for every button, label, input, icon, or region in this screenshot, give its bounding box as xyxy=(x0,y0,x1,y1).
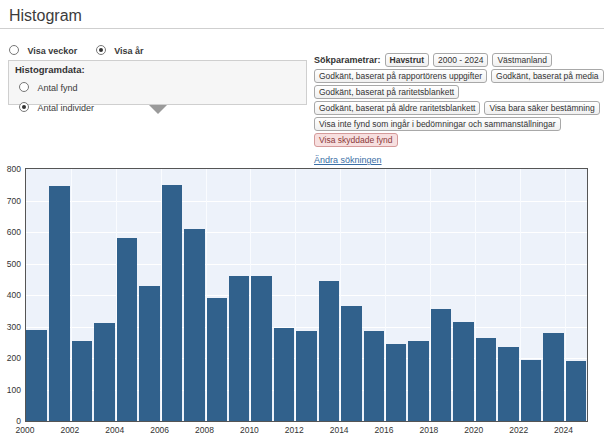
tag-filter: Godkänt, baserat på media xyxy=(491,69,604,83)
tag-filter: Godkänt, baserat på raritetsblankett xyxy=(314,85,459,99)
x-tick-label: 2014 xyxy=(324,425,354,435)
gridline-horizontal xyxy=(26,295,587,296)
radio-visa-veckor-label: Visa veckor xyxy=(27,46,77,56)
y-tick-label: 500 xyxy=(0,259,21,269)
radio-antal-fynd[interactable]: Antal fynd xyxy=(19,77,300,95)
x-tick-label: 2022 xyxy=(504,425,534,435)
y-tick-label: 300 xyxy=(0,322,21,332)
bar-2018 xyxy=(431,309,451,421)
y-tick-label: 600 xyxy=(0,227,21,237)
gridline-horizontal xyxy=(26,201,587,202)
page-title: Histogram xyxy=(9,7,82,25)
x-tick-label: 2002 xyxy=(55,425,85,435)
title-divider xyxy=(0,28,604,29)
plot-area xyxy=(25,168,588,422)
x-tick-label: 2020 xyxy=(459,425,489,435)
bar-2002 xyxy=(72,341,92,421)
bar-2019 xyxy=(453,322,473,421)
bar-2016 xyxy=(386,344,406,421)
bar-2014 xyxy=(341,306,361,421)
tag-period: 2000 - 2024 xyxy=(433,53,488,67)
gridline-horizontal xyxy=(26,232,587,233)
y-tick-label: 700 xyxy=(0,196,21,206)
radio-antal-fynd-label: Antal fynd xyxy=(37,83,77,93)
tag-filter: Godkänt, baserat på äldre raritetsblanke… xyxy=(314,101,480,115)
bar-2023 xyxy=(543,333,563,421)
histogram-chart: 0100200300400500600700800 20002002200420… xyxy=(0,168,604,447)
radio-unselected-icon[interactable] xyxy=(9,45,19,55)
radio-unselected-icon[interactable] xyxy=(19,82,29,92)
histogram-page: Histogram Visa veckor Visa år Histogramd… xyxy=(0,0,604,447)
radio-antal-individer-label: Antal individer xyxy=(37,103,94,113)
bar-2008 xyxy=(207,298,227,421)
view-toggle-group: Visa veckor Visa år xyxy=(9,40,158,58)
bar-2001 xyxy=(49,186,69,421)
tag-protected-finds: Visa skyddade fynd xyxy=(314,133,398,147)
edit-search-link[interactable]: Ändra sökningen xyxy=(314,155,382,165)
bar-2004 xyxy=(117,238,137,421)
bar-2020 xyxy=(476,338,496,421)
x-tick-label: 2008 xyxy=(190,425,220,435)
bar-2006 xyxy=(162,185,182,421)
tag-filter: Visa inte fynd som ingår i bedömningar o… xyxy=(314,117,561,131)
y-axis: 0100200300400500600700800 xyxy=(0,168,21,422)
y-tick-label: 800 xyxy=(0,164,21,174)
tag-region: Västmanland xyxy=(492,53,552,67)
x-tick-label: 2016 xyxy=(369,425,399,435)
bar-2015 xyxy=(364,331,384,421)
x-tick-label: 2018 xyxy=(414,425,444,435)
x-tick-label: 2010 xyxy=(234,425,264,435)
bar-2007 xyxy=(184,229,204,421)
box-pointer-arrow-icon xyxy=(149,105,167,114)
x-tick-label: 2006 xyxy=(145,425,175,435)
x-axis: 2000200220042006200820102012201420162018… xyxy=(0,425,604,439)
bar-2011 xyxy=(274,328,294,421)
tag-filter: Visa bara säker bestämning xyxy=(484,101,599,115)
radio-selected-icon[interactable] xyxy=(19,102,29,112)
radio-visa-ar[interactable]: Visa år xyxy=(96,40,144,58)
bar-2022 xyxy=(521,360,541,421)
bar-2024 xyxy=(566,361,586,421)
histogramdata-title: Histogramdata: xyxy=(15,64,300,75)
y-tick-label: 200 xyxy=(0,353,21,363)
bar-2017 xyxy=(408,341,428,421)
radio-visa-veckor[interactable]: Visa veckor xyxy=(9,40,77,58)
x-tick-label: 2000 xyxy=(10,425,40,435)
gridline-horizontal xyxy=(26,264,587,265)
bar-2013 xyxy=(319,281,339,421)
tag-species: Havstrut xyxy=(385,53,429,67)
bar-2009 xyxy=(229,276,249,421)
radio-selected-icon[interactable] xyxy=(96,45,106,55)
x-tick-label: 2024 xyxy=(549,425,579,435)
radio-visa-ar-label: Visa år xyxy=(114,46,143,56)
histogramdata-box: Histogramdata: Antal fynd Antal individe… xyxy=(8,60,307,105)
bar-2003 xyxy=(94,323,114,421)
bar-2010 xyxy=(251,276,271,421)
bar-2021 xyxy=(498,347,518,421)
x-tick-label: 2004 xyxy=(100,425,130,435)
bar-2005 xyxy=(139,286,159,421)
x-tick-label: 2012 xyxy=(279,425,309,435)
search-parameters-label: Sökparametrar: xyxy=(314,55,381,65)
y-tick-label: 400 xyxy=(0,290,21,300)
tag-filter: Godkänt, baserat på rapportörens uppgift… xyxy=(314,69,487,83)
bar-2000 xyxy=(26,330,47,421)
y-tick-label: 100 xyxy=(0,385,21,395)
bar-2012 xyxy=(296,331,316,421)
